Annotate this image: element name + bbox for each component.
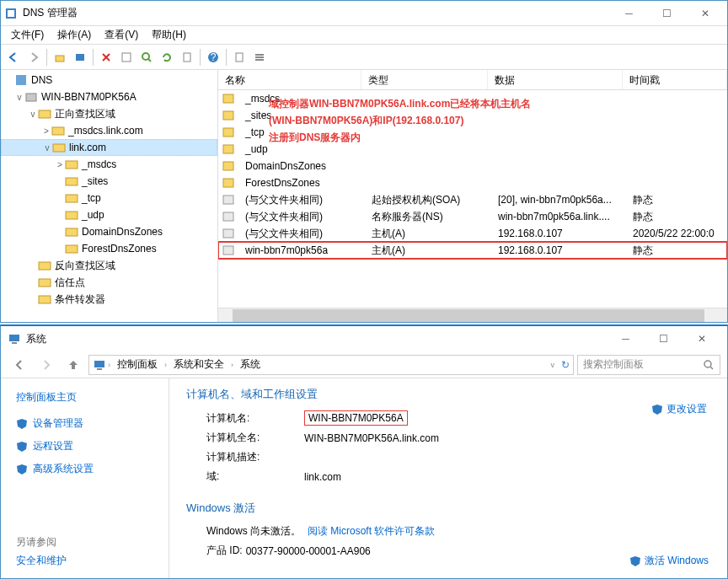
find-button[interactable] [137,48,156,67]
horizontal-scrollbar[interactable] [218,308,727,322]
crumb-sec[interactable]: 系统和安全 [169,357,229,372]
nav-forward-button[interactable] [35,355,58,375]
list-body[interactable]: 域控制器WIN-BBN7M0PK56A.link.com已经将本机主机名 (WI… [218,90,727,308]
cp-home-link[interactable]: 控制面板主页 [16,390,153,405]
list-row[interactable]: ForestDnsZones [218,174,727,191]
dropdown-icon[interactable]: v [551,361,555,369]
properties-button[interactable] [117,48,136,67]
col-name[interactable]: 名称 [218,70,361,89]
tree-cond[interactable]: 条件转发器 [1,291,217,308]
activation-status: Windows 尚未激活。 [206,524,301,539]
tree-sites[interactable]: _sites [1,173,217,190]
list-row[interactable]: _tcp [218,124,727,141]
menu-file[interactable]: 文件(F) [4,26,51,44]
svg-rect-38 [12,342,17,344]
tree-udp[interactable]: _udp [1,206,217,223]
filter-button[interactable] [71,48,89,67]
svg-rect-17 [53,144,65,152]
nav-up-button[interactable] [62,355,85,375]
tree-msdcs-zone[interactable]: >_msdcs.link.com [1,122,217,139]
menu-view[interactable]: 查看(V) [98,26,145,44]
svg-rect-15 [39,110,51,118]
change-settings-link[interactable]: 更改设置 [651,402,707,416]
menu-help[interactable]: 帮助(H) [145,26,193,44]
forward-button[interactable] [24,48,43,67]
svg-rect-12 [255,59,264,61]
svg-point-5 [142,53,149,60]
export-button[interactable] [178,48,196,67]
device-manager-link[interactable]: 设备管理器 [16,416,153,431]
up-button[interactable] [51,48,69,67]
tree-ddz[interactable]: DomainDnsZones [1,223,217,240]
list-row[interactable]: win-bbn7m0pk56a主机(A)192.168.0.107静态 [218,242,727,259]
refresh-icon[interactable]: ↻ [561,359,570,371]
activate-windows-link[interactable]: 激活 Windows [629,554,709,568]
label-domain: 域: [186,469,304,484]
svg-text:?: ? [211,51,217,63]
col-time[interactable]: 时间戳 [623,70,727,89]
section-computer-name: 计算机名、域和工作组设置 [186,387,710,402]
svg-rect-37 [9,335,19,341]
list-row[interactable]: _msdcs [218,90,727,107]
maximize-button[interactable]: ☐ [648,2,686,25]
search-box[interactable]: 搜索控制面板 [577,355,720,375]
close-button[interactable]: ✕ [686,2,724,25]
list-row[interactable]: _udp [218,141,727,158]
titlebar: DNS 管理器 ─ ☐ ✕ [1,1,727,26]
system-window: 系统 ─ ☐ ✕ › 控制面板 › 系统和安全 › 系统 v ↻ 搜索控制面板 [0,324,728,579]
help-button[interactable]: ? [204,48,222,67]
tree-fdz[interactable]: ForestDnsZones [1,240,217,257]
sys-maximize-button[interactable]: ☐ [645,327,682,351]
col-type[interactable]: 类型 [361,70,488,89]
sys-content: 计算机名、域和工作组设置 更改设置 计算机名:WIN-BBN7M0PK56A 计… [169,378,727,578]
nav-back-button[interactable] [8,355,31,375]
sys-titlebar: 系统 ─ ☐ ✕ [1,326,727,351]
shield-icon [16,464,28,475]
minimize-button[interactable]: ─ [610,2,648,25]
list-row[interactable]: DomainDnsZones [218,158,727,174]
tree-pane[interactable]: DNS vWIN-BBN7M0PK56A v正向查找区域 >_msdcs.lin… [1,70,218,322]
side-nav: 控制面板主页 设备管理器 远程设置 高级系统设置 另请参阅 安全和维护 [1,378,169,578]
sys-close-button[interactable]: ✕ [682,327,720,351]
tree-root-dns[interactable]: DNS [1,72,217,88]
tree-msdcs[interactable]: >_msdcs [1,156,217,173]
list-row[interactable]: (与父文件夹相同)名称服务器(NS)win-bbn7m0pk56a.link..… [218,208,727,225]
back-button[interactable] [4,48,23,67]
tree-rev-zone[interactable]: 反向查找区域 [1,257,217,274]
tree-server[interactable]: vWIN-BBN7M0PK56A [1,88,217,105]
monitor-icon [93,358,106,372]
refresh-button[interactable] [158,48,176,67]
crumb-sys[interactable]: 系统 [235,357,265,372]
search-icon[interactable] [703,359,715,371]
list-row[interactable]: (与父文件夹相同)起始授权机构(SOA)[20], win-bbn7m0pk56… [218,191,727,208]
security-maintenance-link[interactable]: 安全和维护 [16,554,67,568]
svg-rect-31 [223,162,233,170]
list-row[interactable]: (与父文件夹相同)主机(A)192.168.0.1072020/5/22 22:… [218,225,727,242]
tree-trust[interactable]: 信任点 [1,274,217,291]
svg-rect-39 [94,361,104,367]
value-full-name: WIN-BBN7M0PK56A.link.com [304,432,439,444]
new-button[interactable] [230,48,249,67]
svg-rect-26 [39,296,51,303]
license-terms-link[interactable]: 阅读 Microsoft 软件许可条款 [308,524,435,539]
value-computer-name: WIN-BBN7M0PK56A [304,410,408,426]
remote-settings-link[interactable]: 远程设置 [16,439,153,453]
toolbar: ? [1,45,727,70]
tree-link-zone[interactable]: vlink.com [1,139,217,156]
list-row[interactable]: _sites [218,107,727,124]
sys-minimize-button[interactable]: ─ [607,327,645,351]
svg-rect-6 [184,53,190,62]
dns-manager-window: DNS 管理器 ─ ☐ ✕ 文件(F) 操作(A) 查看(V) 帮助(H) ? [0,0,728,323]
svg-rect-21 [66,212,78,219]
list-pane: 名称 类型 数据 时间戳 域控制器WIN-BBN7M0PK56A.link.co… [218,70,727,322]
tree-fwd-zone[interactable]: v正向查找区域 [1,105,217,122]
menu-action[interactable]: 操作(A) [51,26,98,44]
list-button[interactable] [250,48,269,67]
advanced-settings-link[interactable]: 高级系统设置 [16,462,153,476]
col-data[interactable]: 数据 [488,70,623,89]
delete-button[interactable] [97,48,115,67]
crumb-cp[interactable]: 控制面板 [112,357,163,372]
list-header[interactable]: 名称 类型 数据 时间戳 [218,70,727,90]
breadcrumb[interactable]: › 控制面板 › 系统和安全 › 系统 v ↻ [88,355,574,375]
tree-tcp[interactable]: _tcp [1,190,217,206]
